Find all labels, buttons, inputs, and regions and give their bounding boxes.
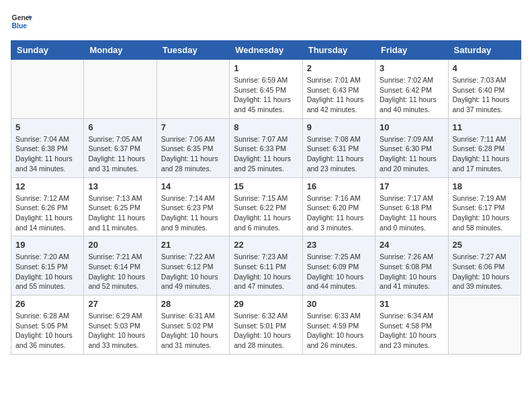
calendar-cell: 4Sunrise: 7:03 AM Sunset: 6:40 PM Daylig…	[448, 60, 521, 119]
day-number: 22	[234, 240, 298, 250]
day-info: Sunrise: 7:19 AM Sunset: 6:17 PM Dayligh…	[453, 193, 517, 233]
calendar-cell: 13Sunrise: 7:13 AM Sunset: 6:25 PM Dayli…	[84, 177, 157, 236]
day-info: Sunrise: 7:26 AM Sunset: 6:08 PM Dayligh…	[380, 252, 443, 291]
calendar-cell: 20Sunrise: 7:21 AM Sunset: 6:14 PM Dayli…	[84, 236, 157, 295]
day-number: 6	[88, 122, 152, 132]
col-header-friday: Friday	[375, 41, 448, 60]
day-number: 20	[88, 240, 152, 250]
day-info: Sunrise: 6:33 AM Sunset: 4:59 PM Dayligh…	[307, 311, 371, 351]
day-number: 16	[307, 181, 371, 191]
calendar-cell: 10Sunrise: 7:09 AM Sunset: 6:30 PM Dayli…	[375, 118, 448, 177]
calendar-cell: 8Sunrise: 7:07 AM Sunset: 6:33 PM Daylig…	[230, 118, 302, 177]
day-info: Sunrise: 7:25 AM Sunset: 6:09 PM Dayligh…	[307, 252, 371, 291]
logo-icon: General Blue	[11, 11, 32, 32]
calendar-cell: 22Sunrise: 7:23 AM Sunset: 6:11 PM Dayli…	[230, 236, 302, 295]
day-number: 24	[380, 240, 443, 250]
day-info: Sunrise: 7:05 AM Sunset: 6:37 PM Dayligh…	[88, 134, 152, 174]
day-number: 30	[307, 299, 371, 309]
day-info: Sunrise: 7:27 AM Sunset: 6:06 PM Dayligh…	[453, 252, 517, 291]
page-header: General Blue	[11, 11, 521, 32]
day-number: 10	[380, 122, 443, 132]
calendar-cell: 2Sunrise: 7:01 AM Sunset: 6:43 PM Daylig…	[302, 60, 375, 119]
calendar-cell: 3Sunrise: 7:02 AM Sunset: 6:42 PM Daylig…	[375, 60, 448, 119]
day-info: Sunrise: 6:32 AM Sunset: 5:01 PM Dayligh…	[234, 311, 298, 351]
day-info: Sunrise: 6:28 AM Sunset: 5:05 PM Dayligh…	[15, 311, 79, 351]
calendar-cell: 17Sunrise: 7:17 AM Sunset: 6:18 PM Dayli…	[375, 177, 448, 236]
day-info: Sunrise: 7:13 AM Sunset: 6:25 PM Dayligh…	[88, 193, 152, 233]
day-number: 28	[161, 299, 225, 309]
day-number: 5	[15, 122, 79, 132]
day-info: Sunrise: 7:01 AM Sunset: 6:43 PM Dayligh…	[307, 75, 371, 115]
calendar-cell: 23Sunrise: 7:25 AM Sunset: 6:09 PM Dayli…	[302, 236, 375, 295]
col-header-saturday: Saturday	[448, 41, 521, 60]
calendar-cell: 16Sunrise: 7:16 AM Sunset: 6:20 PM Dayli…	[302, 177, 375, 236]
calendar-cell: 30Sunrise: 6:33 AM Sunset: 4:59 PM Dayli…	[302, 295, 375, 355]
day-info: Sunrise: 7:17 AM Sunset: 6:18 PM Dayligh…	[380, 193, 443, 233]
calendar-cell: 27Sunrise: 6:29 AM Sunset: 5:03 PM Dayli…	[84, 295, 157, 355]
day-number: 31	[380, 299, 443, 309]
day-number: 29	[234, 299, 298, 309]
day-number: 18	[453, 181, 517, 191]
calendar-table: SundayMondayTuesdayWednesdayThursdayFrid…	[11, 40, 521, 355]
day-number: 27	[88, 299, 152, 309]
calendar-cell: 18Sunrise: 7:19 AM Sunset: 6:17 PM Dayli…	[448, 177, 521, 236]
day-number: 21	[161, 240, 225, 250]
calendar-header-row: SundayMondayTuesdayWednesdayThursdayFrid…	[11, 41, 521, 60]
day-number: 15	[234, 181, 298, 191]
day-number: 8	[234, 122, 298, 132]
calendar-cell	[448, 295, 521, 355]
calendar-cell: 19Sunrise: 7:20 AM Sunset: 6:15 PM Dayli…	[11, 236, 84, 295]
day-info: Sunrise: 7:21 AM Sunset: 6:14 PM Dayligh…	[88, 252, 152, 291]
day-info: Sunrise: 7:14 AM Sunset: 6:23 PM Dayligh…	[161, 193, 225, 233]
day-info: Sunrise: 7:06 AM Sunset: 6:35 PM Dayligh…	[161, 134, 225, 174]
col-header-wednesday: Wednesday	[230, 41, 302, 60]
day-number: 19	[15, 240, 79, 250]
calendar-cell: 1Sunrise: 6:59 AM Sunset: 6:45 PM Daylig…	[230, 60, 302, 119]
calendar-cell: 12Sunrise: 7:12 AM Sunset: 6:26 PM Dayli…	[11, 177, 84, 236]
day-info: Sunrise: 7:20 AM Sunset: 6:15 PM Dayligh…	[15, 252, 79, 291]
calendar-cell: 21Sunrise: 7:22 AM Sunset: 6:12 PM Dayli…	[157, 236, 229, 295]
day-info: Sunrise: 6:34 AM Sunset: 4:58 PM Dayligh…	[380, 311, 443, 351]
calendar-cell: 5Sunrise: 7:04 AM Sunset: 6:38 PM Daylig…	[11, 118, 84, 177]
day-info: Sunrise: 7:04 AM Sunset: 6:38 PM Dayligh…	[15, 134, 79, 174]
calendar-week-4: 19Sunrise: 7:20 AM Sunset: 6:15 PM Dayli…	[11, 236, 521, 295]
calendar-week-2: 5Sunrise: 7:04 AM Sunset: 6:38 PM Daylig…	[11, 118, 521, 177]
day-info: Sunrise: 7:07 AM Sunset: 6:33 PM Dayligh…	[234, 134, 298, 174]
calendar-cell	[84, 60, 157, 119]
calendar-cell: 6Sunrise: 7:05 AM Sunset: 6:37 PM Daylig…	[84, 118, 157, 177]
day-number: 11	[453, 122, 517, 132]
day-info: Sunrise: 7:16 AM Sunset: 6:20 PM Dayligh…	[307, 193, 371, 233]
calendar-cell: 29Sunrise: 6:32 AM Sunset: 5:01 PM Dayli…	[230, 295, 302, 355]
day-number: 3	[380, 63, 443, 73]
col-header-sunday: Sunday	[11, 41, 84, 60]
calendar-week-5: 26Sunrise: 6:28 AM Sunset: 5:05 PM Dayli…	[11, 295, 521, 355]
day-info: Sunrise: 7:23 AM Sunset: 6:11 PM Dayligh…	[234, 252, 298, 291]
col-header-tuesday: Tuesday	[157, 41, 229, 60]
calendar-cell: 7Sunrise: 7:06 AM Sunset: 6:35 PM Daylig…	[157, 118, 229, 177]
day-info: Sunrise: 7:03 AM Sunset: 6:40 PM Dayligh…	[453, 75, 517, 115]
day-info: Sunrise: 6:31 AM Sunset: 5:02 PM Dayligh…	[161, 311, 225, 351]
day-number: 25	[453, 240, 517, 250]
col-header-monday: Monday	[84, 41, 157, 60]
calendar-cell: 25Sunrise: 7:27 AM Sunset: 6:06 PM Dayli…	[448, 236, 521, 295]
svg-text:Blue: Blue	[12, 22, 28, 30]
calendar-cell	[11, 60, 84, 119]
day-number: 2	[307, 63, 371, 73]
calendar-cell: 31Sunrise: 6:34 AM Sunset: 4:58 PM Dayli…	[375, 295, 448, 355]
day-info: Sunrise: 7:12 AM Sunset: 6:26 PM Dayligh…	[15, 193, 79, 233]
day-number: 26	[15, 299, 79, 309]
day-number: 7	[161, 122, 225, 132]
calendar-cell: 26Sunrise: 6:28 AM Sunset: 5:05 PM Dayli…	[11, 295, 84, 355]
calendar-cell: 15Sunrise: 7:15 AM Sunset: 6:22 PM Dayli…	[230, 177, 302, 236]
calendar-cell: 9Sunrise: 7:08 AM Sunset: 6:31 PM Daylig…	[302, 118, 375, 177]
day-info: Sunrise: 6:29 AM Sunset: 5:03 PM Dayligh…	[88, 311, 152, 351]
day-info: Sunrise: 7:22 AM Sunset: 6:12 PM Dayligh…	[161, 252, 225, 291]
day-number: 4	[453, 63, 517, 73]
day-number: 13	[88, 181, 152, 191]
calendar-cell: 28Sunrise: 6:31 AM Sunset: 5:02 PM Dayli…	[157, 295, 229, 355]
day-number: 14	[161, 181, 225, 191]
day-info: Sunrise: 7:02 AM Sunset: 6:42 PM Dayligh…	[380, 75, 443, 115]
day-number: 23	[307, 240, 371, 250]
calendar-week-3: 12Sunrise: 7:12 AM Sunset: 6:26 PM Dayli…	[11, 177, 521, 236]
day-info: Sunrise: 7:09 AM Sunset: 6:30 PM Dayligh…	[380, 134, 443, 174]
